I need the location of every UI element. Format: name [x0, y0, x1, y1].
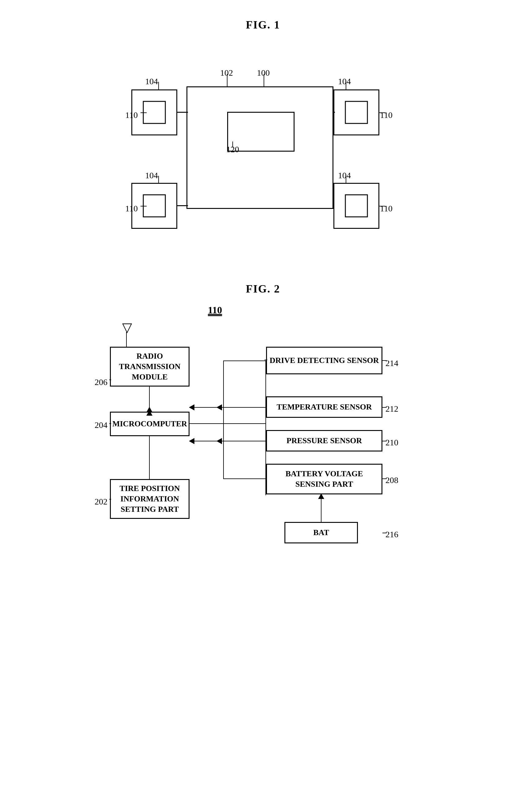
label-110-bl: 110	[125, 204, 138, 214]
wheel-inner-tr	[345, 101, 368, 124]
micro-to-sensor-bus-h	[190, 423, 266, 424]
battery-voltage-block: BATTERY VOLTAGE SENSING PART	[266, 464, 382, 494]
label-204: 204	[94, 420, 107, 430]
label-104-tr: 104	[338, 76, 351, 86]
tire-to-micro-arrow	[146, 410, 152, 416]
vehicle-body	[187, 86, 333, 209]
fig2-title: FIG. 2	[25, 282, 501, 295]
wheel-tl	[131, 89, 177, 135]
left-sensor-vert-bus	[223, 361, 224, 478]
label-100: 100	[257, 68, 270, 78]
label-110-tr: 110	[380, 110, 393, 120]
antenna-line	[126, 332, 127, 347]
press-to-bus-h	[223, 441, 266, 441]
wheel-br	[333, 183, 379, 229]
label-206: 206	[94, 377, 107, 387]
module-label-110: 110	[208, 304, 222, 316]
label-214: 214	[385, 358, 398, 368]
label-212: 212	[385, 404, 398, 414]
micro-press-arrow	[189, 438, 194, 444]
label-216: 216	[385, 530, 398, 539]
page: FIG. 1 100 102 120 104 110 104	[0, 0, 526, 812]
label-110-br: 110	[380, 204, 393, 214]
pressure-sensor-block: PRESSURE SENSOR	[266, 430, 382, 451]
micro-to-press-arrow-line	[190, 441, 224, 441]
label-104-bl: 104	[145, 171, 158, 180]
tire-position-block: TIRE POSITION INFORMATION SETTING PART	[110, 479, 190, 519]
label-210: 210	[385, 438, 398, 448]
label-104-tl: 104	[145, 76, 158, 86]
drive-to-bus-h	[223, 361, 266, 361]
label-208: 208	[385, 475, 398, 485]
label-102: 102	[220, 68, 233, 78]
fig2-section: FIG. 2 110 ▽ RADIO TRANSMISSION MODULE 2…	[25, 282, 501, 577]
wheel-tr	[333, 89, 379, 135]
wheel-inner-br	[345, 194, 368, 217]
fig2-diagram: 110 ▽ RADIO TRANSMISSION MODULE 206 MICR…	[94, 301, 432, 577]
radio-to-micro-line	[149, 387, 150, 407]
temp-to-bus-h	[223, 407, 266, 408]
radio-block: RADIO TRANSMISSION MODULE	[110, 347, 190, 387]
bat-block: BAT	[284, 522, 358, 543]
tire-to-micro-line	[149, 436, 150, 480]
batt-to-bus-h	[223, 478, 266, 479]
antenna-symbol: ▽	[122, 320, 132, 335]
label-110-tl: 110	[125, 110, 138, 120]
label-104-br: 104	[338, 171, 351, 180]
temperature-sensor-block: TEMPERATURE SENSOR	[266, 396, 382, 418]
sensor-vertical-bus	[265, 361, 266, 495]
label-202: 202	[94, 497, 107, 507]
micro-temp-arrow	[189, 404, 194, 410]
wheel-bl	[131, 183, 177, 229]
fig1-diagram: 100 102 120 104 110 104	[125, 49, 401, 258]
drive-detecting-block: DRIVE DETECTING SENSOR	[266, 347, 382, 374]
bat-to-bvsp-arrow	[318, 493, 324, 499]
micro-to-temp-arrow-line	[190, 407, 224, 408]
fig1-title: FIG. 1	[25, 18, 501, 31]
